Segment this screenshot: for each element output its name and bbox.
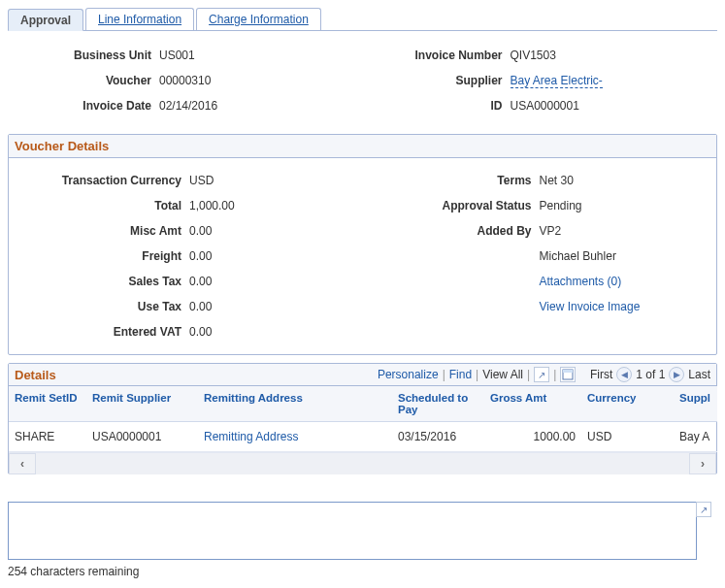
col-scheduled-to-pay[interactable]: Scheduled to Pay bbox=[392, 386, 484, 422]
label-misc-amt: Misc Amt bbox=[13, 224, 187, 238]
scroll-left-icon[interactable]: ‹ bbox=[9, 453, 36, 474]
label-freight: Freight bbox=[13, 249, 187, 263]
comment-textarea[interactable] bbox=[8, 502, 697, 560]
voucher-details-section: Voucher Details Transaction Currency USD… bbox=[8, 134, 717, 355]
last-text[interactable]: Last bbox=[688, 368, 710, 381]
svg-rect-1 bbox=[563, 370, 573, 373]
value-id: USA0000001 bbox=[509, 99, 579, 113]
header-fields: Business Unit US001 Voucher 00000310 Inv… bbox=[8, 43, 717, 118]
label-terms: Terms bbox=[363, 174, 538, 187]
tab-line-information[interactable]: Line Information bbox=[85, 8, 194, 30]
value-misc-amt: 0.00 bbox=[187, 224, 212, 238]
value-supplier-link[interactable]: Bay Area Electric- bbox=[511, 74, 603, 88]
cell-gross-amt: 1000.00 bbox=[484, 422, 581, 452]
cell-remit-supplier: USA0000001 bbox=[86, 422, 198, 452]
label-entered-vat: Entered VAT bbox=[13, 325, 187, 339]
cell-supplier: Bay A bbox=[674, 422, 717, 452]
label-transaction-currency: Transaction Currency bbox=[13, 174, 187, 187]
value-invoice-number: QIV1503 bbox=[509, 49, 556, 62]
col-gross-amt[interactable]: Gross Amt bbox=[484, 386, 581, 422]
col-remitting-address[interactable]: Remitting Address bbox=[198, 386, 392, 422]
value-total: 1,000.00 bbox=[187, 199, 235, 212]
grid-toolbar: Personalize | Find | View All | ↗ | Firs… bbox=[378, 367, 710, 382]
personalize-link[interactable]: Personalize bbox=[378, 368, 439, 381]
value-use-tax: 0.00 bbox=[187, 300, 212, 313]
comment-area: ↗ 254 characters remaining bbox=[8, 502, 717, 578]
value-added-by: VP2 bbox=[538, 224, 562, 238]
label-use-tax: Use Tax bbox=[13, 300, 187, 313]
label-supplier: Supplier bbox=[363, 74, 509, 87]
prev-icon[interactable]: ◀ bbox=[616, 367, 632, 382]
col-remit-supplier[interactable]: Remit Supplier bbox=[86, 386, 198, 422]
label-sales-tax: Sales Tax bbox=[13, 275, 187, 288]
label-voucher: Voucher bbox=[12, 74, 157, 87]
value-entered-vat: 0.00 bbox=[187, 325, 212, 339]
value-invoice-date: 02/14/2016 bbox=[157, 99, 217, 113]
value-freight: 0.00 bbox=[187, 249, 212, 263]
label-added-by: Added By bbox=[363, 224, 538, 238]
scroll-track[interactable] bbox=[36, 453, 689, 474]
expand-comment-icon[interactable]: ↗ bbox=[696, 502, 711, 517]
col-remit-setid[interactable]: Remit SetID bbox=[9, 386, 86, 422]
label-total: Total bbox=[13, 199, 187, 212]
cell-remitting-address-link[interactable]: Remitting Address bbox=[204, 430, 298, 443]
label-approval-status: Approval Status bbox=[363, 199, 538, 212]
details-title: Details bbox=[15, 368, 56, 382]
cell-currency: USD bbox=[581, 422, 674, 452]
voucher-details-title: Voucher Details bbox=[9, 135, 716, 158]
download-icon[interactable] bbox=[560, 367, 576, 382]
cell-scheduled-to-pay: 03/15/2016 bbox=[392, 422, 484, 452]
view-all-text[interactable]: View All bbox=[482, 368, 523, 381]
label-invoice-date: Invoice Date bbox=[12, 99, 157, 113]
scroll-right-icon[interactable]: › bbox=[689, 453, 716, 474]
find-link[interactable]: Find bbox=[449, 368, 472, 381]
value-terms: Net 30 bbox=[538, 174, 574, 187]
label-invoice-number: Invoice Number bbox=[363, 49, 509, 62]
value-added-by-name: Michael Buhler bbox=[538, 249, 616, 263]
first-text[interactable]: First bbox=[590, 368, 612, 381]
details-section: Details Personalize | Find | View All | … bbox=[8, 363, 717, 474]
view-invoice-image-link[interactable]: View Invoice Image bbox=[540, 300, 641, 313]
details-grid: Remit SetID Remit Supplier Remitting Add… bbox=[9, 386, 717, 452]
next-icon[interactable]: ▶ bbox=[669, 367, 684, 382]
value-business-unit: US001 bbox=[157, 49, 195, 62]
value-sales-tax: 0.00 bbox=[187, 275, 212, 288]
label-business-unit: Business Unit bbox=[12, 49, 157, 62]
table-row: SHARE USA0000001 Remitting Address 03/15… bbox=[9, 422, 717, 452]
tab-strip: Approval Line Information Charge Informa… bbox=[8, 8, 717, 31]
position-text: 1 of 1 bbox=[636, 368, 665, 381]
tab-charge-information[interactable]: Charge Information bbox=[196, 8, 321, 30]
tab-approval[interactable]: Approval bbox=[8, 9, 83, 31]
cell-remit-setid: SHARE bbox=[9, 422, 86, 452]
value-approval-status: Pending bbox=[538, 199, 582, 212]
chars-remaining: 254 characters remaining bbox=[8, 565, 717, 578]
value-transaction-currency: USD bbox=[187, 174, 214, 187]
col-currency[interactable]: Currency bbox=[581, 386, 674, 422]
col-supplier[interactable]: Suppl bbox=[674, 386, 717, 422]
grid-h-scrollbar: ‹ › bbox=[9, 452, 716, 474]
value-voucher: 00000310 bbox=[157, 74, 211, 87]
zoom-icon[interactable]: ↗ bbox=[534, 367, 549, 382]
attachments-link[interactable]: Attachments (0) bbox=[540, 275, 622, 288]
label-id: ID bbox=[363, 99, 509, 113]
